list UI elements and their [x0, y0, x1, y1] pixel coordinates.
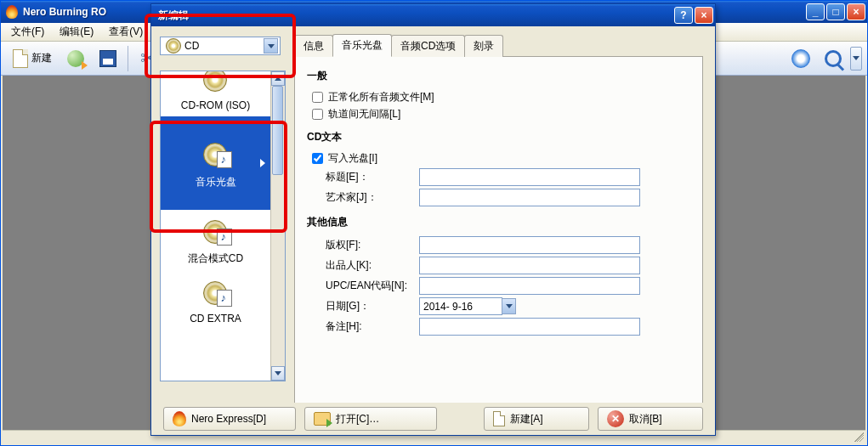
producer-field-label: 出品人[K]: [326, 258, 419, 273]
normalize-audio-checkbox[interactable] [312, 92, 323, 103]
floppy-icon [99, 50, 116, 67]
upc-input[interactable] [419, 277, 640, 295]
type-item-audio-cd[interactable]: 音乐光盘 [161, 116, 270, 210]
tab-audio-cd[interactable]: 音乐光盘 [332, 34, 392, 57]
compilation-type-list: CD-ROM (ISO) 音乐光盘 混合模式CD CD EXTRA [160, 71, 286, 381]
main-close-button[interactable]: × [847, 3, 865, 20]
left-pane: CD CD-ROM (ISO) 音乐光盘 [151, 26, 287, 404]
folder-open-icon [314, 412, 331, 426]
menu-view[interactable]: 查看(V) [102, 23, 150, 41]
no-gap-label: 轨道间无间隔[L] [328, 107, 400, 121]
date-value-text: 2014- 9-16 [423, 301, 473, 313]
no-gap-checkbox[interactable] [312, 109, 323, 120]
write-cd-checkbox[interactable] [312, 153, 323, 164]
menu-file[interactable]: 文件(F) [4, 23, 51, 41]
disc-music-icon [200, 141, 232, 168]
scroll-track[interactable] [271, 86, 285, 366]
cancel-icon: ✕ [607, 410, 624, 427]
type-item-label: 混合模式CD [161, 251, 270, 266]
section-cdtext-heading: CD文本 [307, 130, 690, 144]
scroll-up-button[interactable] [271, 71, 285, 86]
upc-field-label: UPC/EAN代码[N]: [326, 279, 419, 293]
flame-icon [173, 411, 186, 426]
disc-type-selected-label: CD [184, 40, 264, 52]
type-item-label: CD-ROM (ISO) [161, 99, 270, 111]
disc-icon [166, 37, 184, 54]
toolbar-open-button[interactable] [60, 44, 91, 73]
tab-burn[interactable]: 刻录 [464, 35, 503, 57]
scroll-down-button[interactable] [271, 366, 285, 381]
type-item-mixed-mode[interactable]: 混合模式CD [161, 210, 270, 271]
toolbar-new-button[interactable]: 新建 [6, 49, 59, 68]
dialog-button-bar: Nero Express[D] 打开[C]… 新建[A] ✕ 取消[B] [151, 403, 715, 435]
resize-grip-icon[interactable] [852, 430, 864, 442]
type-list-scrollbar[interactable] [270, 71, 285, 381]
tab-info[interactable]: 信息 [294, 35, 333, 57]
type-item-cdrom-iso[interactable]: CD-ROM (ISO) [161, 71, 270, 116]
nero-express-label: Nero Express[D] [191, 413, 266, 425]
type-item-label: 音乐光盘 [196, 175, 236, 189]
copyright-input[interactable] [419, 236, 640, 254]
section-other-heading: 其他信息 [307, 215, 690, 229]
tab-bar: 信息 音乐光盘 音频CD选项 刻录 [294, 37, 703, 57]
new-button-label: 新建[A] [510, 412, 543, 426]
open-button-label: 打开[C]… [336, 412, 379, 426]
dialog-title: 新编辑 [158, 8, 674, 23]
cancel-button[interactable]: ✕ 取消[B] [598, 407, 703, 431]
main-maximize-button[interactable]: □ [826, 3, 845, 20]
producer-input[interactable] [419, 257, 640, 274]
type-item-label: CD EXTRA [161, 313, 270, 325]
tab-body: 一般 正常化所有音频文件[M] 轨道间无间隔[L] CD文本 写入光盘[I] 标… [294, 57, 703, 409]
date-input[interactable]: 2014- 9-16 [419, 297, 502, 315]
title-field-label: 标题[E]： [326, 170, 419, 184]
section-general-heading: 一般 [307, 69, 690, 83]
right-pane: 信息 音乐光盘 音频CD选项 刻录 一般 正常化所有音频文件[M] 轨道间无间隔… [287, 26, 715, 404]
copyright-field-label: 版权[F]: [326, 238, 419, 252]
radar-icon [791, 49, 810, 68]
normalize-audio-label: 正常化所有音频文件[M] [328, 90, 434, 104]
toolbar-separator [128, 46, 128, 71]
notes-input[interactable] [419, 318, 640, 336]
dialog-titlebar: 新编辑 ? × [151, 4, 715, 26]
dialog-help-button[interactable]: ? [674, 7, 693, 24]
cancel-button-label: 取消[B] [629, 412, 662, 426]
date-field-label: 日期[G]： [326, 299, 419, 313]
type-item-cd-extra[interactable]: CD EXTRA [161, 271, 270, 330]
toolbar-radar-button[interactable] [786, 44, 816, 73]
flame-icon [6, 5, 18, 19]
disc-music-icon [200, 279, 232, 307]
notes-field-label: 备注[H]: [326, 319, 419, 334]
tab-audio-cd-options[interactable]: 音频CD选项 [391, 35, 465, 57]
globe-arrow-icon [67, 50, 84, 67]
open-button[interactable]: 打开[C]… [304, 407, 437, 431]
new-compilation-dialog: 新编辑 ? × CD CD-ROM (ISO) [150, 3, 716, 436]
main-minimize-button[interactable]: _ [806, 3, 825, 20]
disc-icon [200, 71, 232, 93]
artist-field-label: 艺术家[J]： [326, 190, 419, 205]
toolbar-search-button[interactable] [818, 44, 848, 73]
disc-music-icon [200, 218, 232, 246]
chevron-down-icon [264, 38, 278, 54]
page-icon [493, 411, 505, 426]
disc-type-select[interactable]: CD [160, 37, 281, 55]
dialog-close-button[interactable]: × [695, 7, 713, 24]
page-icon [13, 49, 28, 68]
title-input[interactable] [419, 168, 640, 186]
artist-input[interactable] [419, 189, 640, 206]
toolbar-save-button[interactable] [93, 44, 123, 73]
toolbar-new-label: 新建 [31, 51, 52, 65]
nero-express-button[interactable]: Nero Express[D] [163, 407, 296, 431]
toolbar-dropdown-handle[interactable] [850, 47, 862, 71]
menu-edit[interactable]: 编辑(E) [53, 23, 100, 41]
magnifier-icon [825, 50, 842, 67]
scroll-thumb[interactable] [272, 86, 283, 175]
new-button[interactable]: 新建[A] [484, 407, 589, 431]
date-dropdown-button[interactable] [502, 298, 516, 314]
write-cd-label: 写入光盘[I] [328, 151, 377, 166]
